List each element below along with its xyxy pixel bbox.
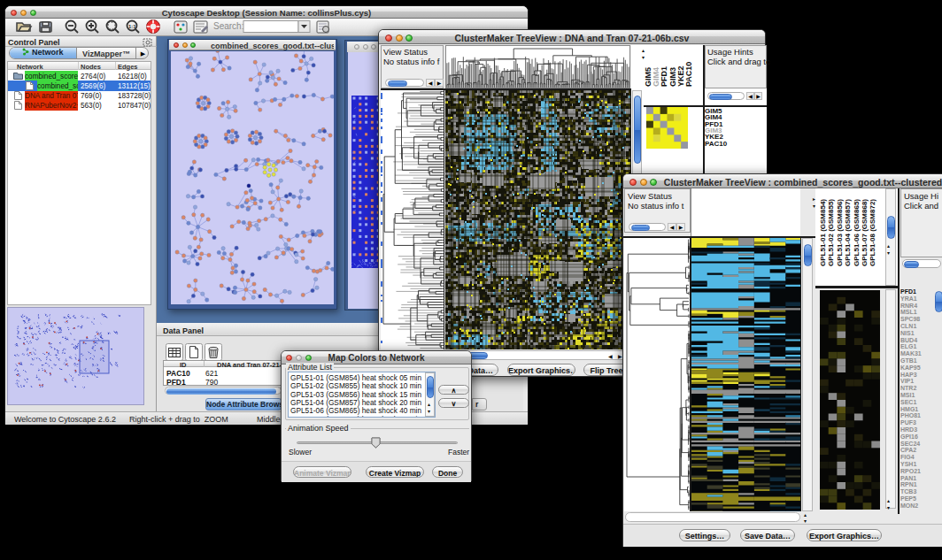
svg-text:Search:: Search:: [213, 21, 243, 31]
svg-text:1:1: 1:1: [128, 24, 136, 29]
